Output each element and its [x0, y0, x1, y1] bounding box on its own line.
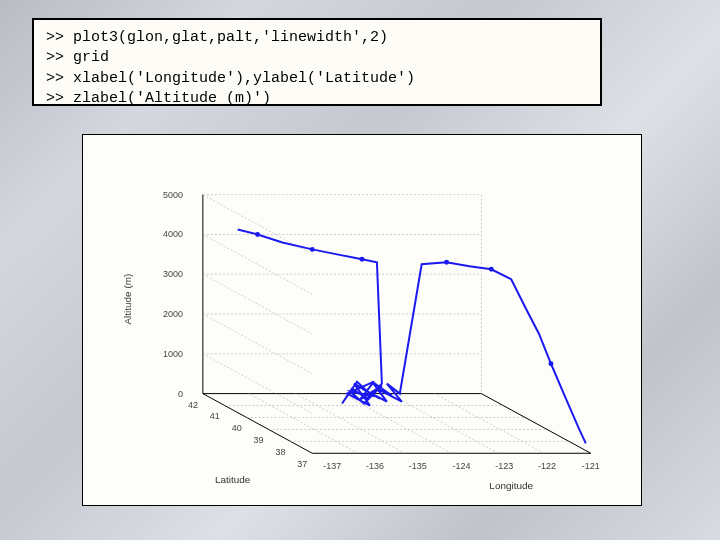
- svg-line-20: [435, 394, 544, 454]
- y-tick-4: 41: [210, 411, 220, 421]
- x-tick-2: -135: [409, 461, 427, 471]
- svg-line-12: [203, 314, 312, 374]
- data-dot: [310, 247, 315, 252]
- y-tick-5: 42: [188, 400, 198, 410]
- x-tick-1: -136: [366, 461, 384, 471]
- x-tick-5: -122: [538, 461, 556, 471]
- svg-line-14: [203, 234, 312, 294]
- svg-line-18: [342, 394, 451, 454]
- code-line-1: >> plot3(glon,glat,palt,'linewidth',2): [46, 28, 588, 48]
- x-tick-0: -137: [323, 461, 341, 471]
- svg-line-11: [203, 354, 312, 414]
- data-dot: [360, 257, 365, 262]
- y-tick-3: 40: [232, 423, 242, 433]
- data-dot: [489, 267, 494, 272]
- z-tick-2: 2000: [163, 309, 183, 319]
- svg-line-17: [295, 394, 404, 454]
- z-tick-0: 0: [178, 389, 183, 399]
- y-tick-1: 38: [275, 447, 285, 457]
- svg-line-13: [203, 274, 312, 334]
- x-tick-6: -121: [582, 461, 600, 471]
- z-tick-4: 4000: [163, 229, 183, 239]
- y-axis-label: Latitude: [215, 474, 251, 485]
- code-box: >> plot3(glon,glat,palt,'linewidth',2) >…: [32, 18, 602, 106]
- svg-line-1: [481, 394, 590, 454]
- data-dot: [444, 260, 449, 265]
- z-tick-5: 5000: [163, 190, 183, 200]
- svg-line-19: [389, 394, 498, 454]
- plot3-figure: 0 1000 2000 3000 4000 5000 37 38 39 40 4…: [82, 134, 642, 506]
- z-tick-1: 1000: [163, 349, 183, 359]
- flight-path-line: [238, 229, 586, 443]
- code-line-3: >> xlabel('Longitude'),ylabel('Latitude'…: [46, 69, 588, 89]
- data-dot: [548, 361, 553, 366]
- y-tick-2: 39: [254, 435, 264, 445]
- y-tick-0: 37: [297, 459, 307, 469]
- code-line-4: >> zlabel('Altitude (m)'): [46, 89, 588, 109]
- x-axis-label: Longitude: [489, 480, 533, 491]
- plot3-svg: 0 1000 2000 3000 4000 5000 37 38 39 40 4…: [83, 135, 641, 505]
- x-tick-3: -124: [453, 461, 471, 471]
- x-tick-4: -123: [495, 461, 513, 471]
- code-line-2: >> grid: [46, 48, 588, 68]
- z-axis-label: Altitude (m): [122, 274, 133, 325]
- z-tick-3: 3000: [163, 269, 183, 279]
- data-dot: [255, 232, 260, 237]
